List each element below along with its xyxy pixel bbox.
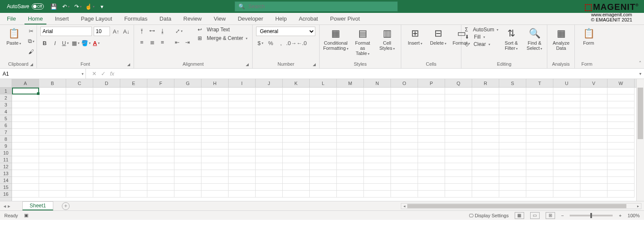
cell[interactable] [283, 115, 310, 122]
cell[interactable] [580, 163, 607, 170]
cell[interactable] [418, 163, 445, 170]
cell[interactable] [201, 101, 229, 108]
cell[interactable] [391, 115, 418, 122]
cell[interactable] [391, 122, 418, 129]
cell[interactable] [120, 136, 147, 143]
decrease-indent-icon[interactable]: ⇤ [173, 38, 181, 46]
cancel-formula-icon[interactable]: ✕ [92, 70, 97, 77]
cell[interactable] [580, 149, 607, 156]
cell[interactable] [147, 115, 174, 122]
row-header[interactable]: 1 [0, 88, 12, 94]
column-header[interactable]: T [526, 79, 553, 87]
cell[interactable] [526, 156, 553, 163]
cell[interactable] [256, 170, 283, 177]
cell[interactable] [337, 191, 364, 198]
cell[interactable] [93, 129, 120, 136]
cell[interactable] [445, 122, 472, 129]
merge-center-button[interactable]: ⊞ Merge & Center [198, 35, 247, 41]
cell[interactable] [526, 170, 553, 177]
cell[interactable] [472, 184, 499, 191]
cell[interactable] [256, 94, 283, 101]
cell[interactable] [147, 170, 174, 177]
cell[interactable] [553, 143, 580, 149]
cell[interactable] [337, 149, 364, 156]
cut-icon[interactable]: ✂ [27, 27, 35, 35]
cell[interactable] [445, 163, 472, 170]
cell[interactable] [445, 156, 472, 163]
enter-formula-icon[interactable]: ✓ [101, 70, 106, 77]
column-header[interactable]: H [201, 79, 229, 87]
cell[interactable] [445, 101, 472, 108]
cell[interactable] [174, 177, 201, 184]
cell[interactable] [391, 136, 418, 143]
cell[interactable] [256, 129, 283, 136]
cell[interactable] [580, 184, 607, 191]
cell[interactable] [418, 170, 445, 177]
cell[interactable] [201, 163, 229, 170]
cell[interactable] [472, 163, 499, 170]
column-header[interactable]: P [418, 79, 445, 87]
page-break-view-icon[interactable]: ⊞ [546, 212, 555, 219]
cell[interactable] [364, 191, 391, 198]
cell[interactable] [93, 163, 120, 170]
cell[interactable] [607, 149, 635, 156]
row-header[interactable]: 10 [0, 149, 12, 156]
cell[interactable] [364, 149, 391, 156]
cell[interactable] [364, 143, 391, 149]
toggle-switch[interactable]: Off [32, 3, 44, 9]
cell[interactable] [39, 108, 66, 115]
cell[interactable] [12, 101, 39, 108]
name-box[interactable]: ▾ [0, 69, 86, 79]
cell[interactable] [418, 108, 445, 115]
cell[interactable] [229, 163, 256, 170]
cell[interactable] [499, 108, 526, 115]
cell[interactable] [256, 163, 283, 170]
underline-button[interactable]: U [61, 39, 70, 47]
cell[interactable] [499, 163, 526, 170]
cell[interactable] [472, 136, 499, 143]
bold-button[interactable]: B [40, 39, 49, 47]
dialog-launcher-icon[interactable]: ◢ [246, 62, 249, 67]
cell[interactable] [120, 143, 147, 149]
cell[interactable] [445, 136, 472, 143]
cell[interactable] [229, 177, 256, 184]
cell[interactable] [39, 88, 66, 94]
cell[interactable] [310, 122, 337, 129]
cell[interactable] [12, 156, 39, 163]
scrollbar-thumb[interactable] [407, 204, 626, 208]
cell[interactable] [553, 149, 580, 156]
horizontal-scrollbar[interactable]: ◂ ▸ [401, 203, 641, 209]
cell[interactable] [310, 143, 337, 149]
cell[interactable] [66, 177, 93, 184]
cell[interactable] [12, 184, 39, 191]
cell[interactable] [93, 156, 120, 163]
cell[interactable] [93, 88, 120, 94]
cell[interactable] [93, 191, 120, 198]
cell[interactable] [310, 129, 337, 136]
cell[interactable] [120, 108, 147, 115]
sheet-tab[interactable]: Sheet1 [22, 201, 53, 210]
cell[interactable] [310, 101, 337, 108]
cell[interactable] [120, 191, 147, 198]
cell[interactable] [174, 136, 201, 143]
italic-button[interactable]: I [51, 39, 59, 47]
cell[interactable] [499, 115, 526, 122]
cell[interactable] [364, 136, 391, 143]
cell[interactable] [337, 163, 364, 170]
cell[interactable] [174, 101, 201, 108]
copy-icon[interactable]: ⧉ [27, 37, 35, 46]
cell[interactable] [553, 191, 580, 198]
cell[interactable] [472, 115, 499, 122]
cell[interactable] [499, 143, 526, 149]
cell[interactable] [201, 136, 229, 143]
cell[interactable] [201, 122, 229, 129]
cell[interactable] [499, 129, 526, 136]
cell[interactable] [391, 177, 418, 184]
cell[interactable] [93, 170, 120, 177]
cell[interactable] [147, 129, 174, 136]
cell[interactable] [337, 184, 364, 191]
cell[interactable] [445, 177, 472, 184]
cell[interactable] [201, 88, 229, 94]
cell[interactable] [391, 170, 418, 177]
cell[interactable] [499, 88, 526, 94]
